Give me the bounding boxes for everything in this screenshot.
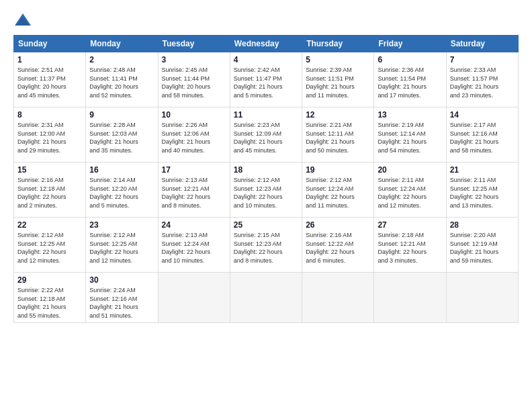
day-info: Sunrise: 2:12 AM Sunset: 12:25 AM Daylig…: [89, 231, 154, 265]
calendar-cell: 11Sunrise: 2:23 AM Sunset: 12:09 AM Dayl…: [230, 107, 302, 163]
calendar-header-monday: Monday: [86, 36, 158, 52]
day-number: 10: [162, 110, 226, 120]
day-number: 25: [234, 220, 298, 230]
calendar-cell: 23Sunrise: 2:12 AM Sunset: 12:25 AM Dayl…: [86, 218, 158, 273]
day-info: Sunrise: 2:39 AM Sunset: 11:51 PM Daylig…: [306, 66, 370, 99]
day-info: Sunrise: 2:13 AM Sunset: 12:21 AM Daylig…: [162, 176, 226, 210]
day-number: 12: [306, 110, 370, 120]
calendar-week-4: 22Sunrise: 2:12 AM Sunset: 12:25 AM Dayl…: [14, 218, 519, 273]
day-info: Sunrise: 2:18 AM Sunset: 12:21 AM Daylig…: [378, 231, 442, 265]
day-number: 1: [17, 55, 82, 64]
day-info: Sunrise: 2:11 AM Sunset: 12:25 AM Daylig…: [450, 176, 515, 210]
header: [13, 11, 519, 30]
calendar-cell: 27Sunrise: 2:18 AM Sunset: 12:21 AM Dayl…: [374, 218, 446, 273]
calendar-cell: [230, 273, 302, 323]
calendar-cell: 17Sunrise: 2:13 AM Sunset: 12:21 AM Dayl…: [158, 163, 230, 218]
day-info: Sunrise: 2:20 AM Sunset: 12:19 AM Daylig…: [450, 231, 515, 265]
day-number: 14: [450, 110, 515, 120]
calendar-cell: [302, 273, 374, 323]
day-number: 7: [450, 55, 515, 64]
day-number: 28: [450, 220, 515, 230]
day-info: Sunrise: 2:45 AM Sunset: 11:44 PM Daylig…: [162, 66, 226, 99]
calendar-cell: [374, 273, 446, 323]
day-number: 18: [234, 165, 298, 175]
day-number: 21: [450, 165, 515, 175]
calendar-cell: [446, 273, 518, 323]
day-info: Sunrise: 2:17 AM Sunset: 12:16 AM Daylig…: [450, 121, 515, 154]
day-number: 22: [17, 220, 82, 230]
logo: [13, 11, 35, 30]
day-number: 2: [89, 55, 154, 64]
calendar-cell: 26Sunrise: 2:16 AM Sunset: 12:22 AM Dayl…: [302, 218, 374, 273]
calendar-header-sunday: Sunday: [14, 36, 86, 52]
day-info: Sunrise: 2:19 AM Sunset: 12:14 AM Daylig…: [378, 121, 442, 154]
day-info: Sunrise: 2:26 AM Sunset: 12:06 AM Daylig…: [162, 121, 226, 154]
day-info: Sunrise: 2:12 AM Sunset: 12:24 AM Daylig…: [306, 176, 370, 210]
day-info: Sunrise: 2:15 AM Sunset: 12:23 AM Daylig…: [234, 231, 298, 265]
day-info: Sunrise: 2:28 AM Sunset: 12:03 AM Daylig…: [89, 121, 154, 154]
calendar-cell: 22Sunrise: 2:12 AM Sunset: 12:25 AM Dayl…: [14, 218, 86, 273]
day-info: Sunrise: 2:42 AM Sunset: 11:47 PM Daylig…: [234, 66, 298, 99]
day-info: Sunrise: 2:21 AM Sunset: 12:11 AM Daylig…: [306, 121, 370, 154]
day-number: 6: [378, 55, 442, 64]
calendar-week-5: 29Sunrise: 2:22 AM Sunset: 12:18 AM Dayl…: [14, 273, 519, 323]
day-number: 3: [162, 55, 226, 64]
calendar-cell: 29Sunrise: 2:22 AM Sunset: 12:18 AM Dayl…: [14, 273, 86, 323]
calendar-header-thursday: Thursday: [302, 36, 374, 52]
day-info: Sunrise: 2:14 AM Sunset: 12:20 AM Daylig…: [89, 176, 154, 210]
calendar-cell: 30Sunrise: 2:24 AM Sunset: 12:16 AM Dayl…: [86, 273, 158, 323]
day-number: 20: [378, 165, 442, 175]
day-number: 15: [17, 165, 82, 175]
day-number: 17: [162, 165, 226, 175]
calendar-cell: 3Sunrise: 2:45 AM Sunset: 11:44 PM Dayli…: [158, 52, 230, 107]
day-info: Sunrise: 2:23 AM Sunset: 12:09 AM Daylig…: [234, 121, 298, 154]
day-number: 16: [89, 165, 154, 175]
calendar-cell: [158, 273, 230, 323]
calendar-cell: 1Sunrise: 2:51 AM Sunset: 11:37 PM Dayli…: [14, 52, 86, 107]
day-number: 4: [234, 55, 298, 64]
day-info: Sunrise: 2:16 AM Sunset: 12:18 AM Daylig…: [17, 176, 82, 210]
calendar-cell: 6Sunrise: 2:36 AM Sunset: 11:54 PM Dayli…: [374, 52, 446, 107]
day-info: Sunrise: 2:12 AM Sunset: 12:23 AM Daylig…: [234, 176, 298, 210]
day-number: 27: [378, 220, 442, 230]
calendar-week-2: 8Sunrise: 2:31 AM Sunset: 12:00 AM Dayli…: [14, 107, 519, 163]
day-info: Sunrise: 2:33 AM Sunset: 11:57 PM Daylig…: [450, 66, 515, 99]
day-info: Sunrise: 2:24 AM Sunset: 12:16 AM Daylig…: [89, 286, 154, 320]
calendar-cell: 8Sunrise: 2:31 AM Sunset: 12:00 AM Dayli…: [14, 107, 86, 163]
calendar-cell: 14Sunrise: 2:17 AM Sunset: 12:16 AM Dayl…: [446, 107, 518, 163]
calendar-header-row: SundayMondayTuesdayWednesdayThursdayFrid…: [14, 36, 519, 52]
day-number: 23: [89, 220, 154, 230]
logo-icon: [13, 11, 32, 30]
calendar-header-saturday: Saturday: [446, 36, 518, 52]
calendar-cell: 5Sunrise: 2:39 AM Sunset: 11:51 PM Dayli…: [302, 52, 374, 107]
calendar-cell: 18Sunrise: 2:12 AM Sunset: 12:23 AM Dayl…: [230, 163, 302, 218]
day-info: Sunrise: 2:36 AM Sunset: 11:54 PM Daylig…: [378, 66, 442, 99]
day-info: Sunrise: 2:12 AM Sunset: 12:25 AM Daylig…: [17, 231, 82, 265]
calendar-cell: 19Sunrise: 2:12 AM Sunset: 12:24 AM Dayl…: [302, 163, 374, 218]
calendar-cell: 20Sunrise: 2:11 AM Sunset: 12:24 AM Dayl…: [374, 163, 446, 218]
calendar-cell: 4Sunrise: 2:42 AM Sunset: 11:47 PM Dayli…: [230, 52, 302, 107]
calendar-header-friday: Friday: [374, 36, 446, 52]
day-number: 24: [162, 220, 226, 230]
page: SundayMondayTuesdayWednesdayThursdayFrid…: [0, 0, 532, 411]
day-info: Sunrise: 2:51 AM Sunset: 11:37 PM Daylig…: [17, 66, 82, 99]
calendar-cell: 24Sunrise: 2:13 AM Sunset: 12:24 AM Dayl…: [158, 218, 230, 273]
calendar-cell: 25Sunrise: 2:15 AM Sunset: 12:23 AM Dayl…: [230, 218, 302, 273]
calendar-cell: 10Sunrise: 2:26 AM Sunset: 12:06 AM Dayl…: [158, 107, 230, 163]
day-number: 29: [17, 275, 82, 285]
calendar-week-1: 1Sunrise: 2:51 AM Sunset: 11:37 PM Dayli…: [14, 52, 519, 107]
day-number: 9: [89, 110, 154, 120]
day-info: Sunrise: 2:13 AM Sunset: 12:24 AM Daylig…: [162, 231, 226, 265]
calendar-header-wednesday: Wednesday: [230, 36, 302, 52]
day-number: 26: [306, 220, 370, 230]
day-info: Sunrise: 2:48 AM Sunset: 11:41 PM Daylig…: [89, 66, 154, 99]
day-number: 11: [234, 110, 298, 120]
calendar-cell: 16Sunrise: 2:14 AM Sunset: 12:20 AM Dayl…: [86, 163, 158, 218]
day-info: Sunrise: 2:22 AM Sunset: 12:18 AM Daylig…: [17, 286, 82, 320]
day-info: Sunrise: 2:11 AM Sunset: 12:24 AM Daylig…: [378, 176, 442, 210]
day-number: 30: [89, 275, 154, 285]
day-info: Sunrise: 2:16 AM Sunset: 12:22 AM Daylig…: [306, 231, 370, 265]
calendar-cell: 9Sunrise: 2:28 AM Sunset: 12:03 AM Dayli…: [86, 107, 158, 163]
calendar-cell: 12Sunrise: 2:21 AM Sunset: 12:11 AM Dayl…: [302, 107, 374, 163]
day-info: Sunrise: 2:31 AM Sunset: 12:00 AM Daylig…: [17, 121, 82, 154]
